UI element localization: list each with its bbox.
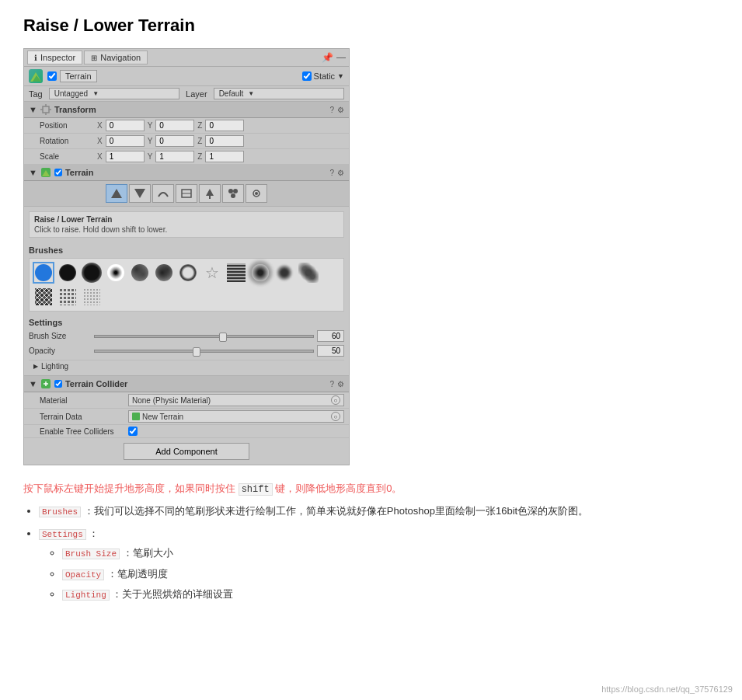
rot-x-input[interactable] — [106, 135, 145, 147]
terrain-triangle[interactable]: ▼ — [29, 168, 37, 177]
brush-cloud2[interactable] — [153, 262, 175, 284]
brush-fuzzy2[interactable] — [273, 262, 295, 284]
material-value: None (Physic Material) ○ — [128, 394, 344, 406]
scale-label: Scale — [40, 152, 94, 161]
collider-active-checkbox[interactable] — [54, 380, 62, 388]
add-component-button[interactable]: Add Component — [124, 443, 249, 460]
brush-star-outline[interactable]: ☆ — [201, 262, 223, 284]
terrain-data-text: New Terrain — [142, 413, 183, 421]
pos-x-input[interactable] — [106, 120, 145, 131]
place-trees-tool[interactable] — [199, 184, 221, 203]
main-desc: 按下鼠标左键开始提升地形高度，如果同时按住 shift 键，则降低地形高度直到0… — [23, 481, 719, 497]
static-checkbox[interactable] — [302, 71, 312, 81]
pos-z-input[interactable] — [205, 120, 244, 131]
pos-y-input[interactable] — [155, 120, 194, 131]
minus-icon[interactable]: — — [336, 52, 346, 63]
terrain-data-icon — [132, 413, 140, 420]
lighting-item: Lighting ：关于光照烘焙的详细设置 — [62, 587, 719, 603]
terrain-icon — [29, 69, 43, 83]
transform-icon — [40, 104, 51, 115]
terrain-data-value: New Terrain ○ — [128, 410, 344, 423]
layer-arrow: ▼ — [248, 90, 254, 97]
brush-scattered-large[interactable] — [298, 262, 319, 284]
brush-size-slider[interactable] — [94, 335, 314, 338]
rotation-xyz: X Y Z — [97, 135, 344, 147]
brush-dots[interactable] — [33, 286, 54, 308]
brush-size-thumb[interactable] — [219, 333, 227, 342]
inspector-tab-icon: ℹ — [34, 54, 37, 62]
brush-circle-solid[interactable] — [33, 262, 54, 284]
brush-size-desc: ：笔刷大小 — [123, 547, 173, 559]
tree-colliders-checkbox[interactable] — [128, 427, 138, 436]
layer-dropdown[interactable]: Default ▼ — [214, 88, 344, 99]
terrain-help-icon[interactable]: ? — [329, 169, 334, 177]
rot-z-input[interactable] — [205, 135, 244, 147]
raise-lower-tool[interactable] — [106, 184, 127, 203]
collider-gear-icon[interactable]: ⚙ — [337, 380, 344, 388]
terrain-gear-icon[interactable]: ⚙ — [337, 169, 344, 177]
brushes-desc: ：我们可以选择不同的笔刷形状来进行绘制工作，简单来说就好像在Photoshop里… — [84, 505, 588, 517]
transform-gear-icon[interactable]: ⚙ — [337, 106, 344, 114]
scale-y-input[interactable] — [155, 151, 194, 162]
object-active-checkbox[interactable] — [47, 71, 57, 81]
transform-triangle[interactable]: ▼ — [29, 105, 37, 114]
terrain-settings-tool[interactable] — [246, 184, 267, 203]
detail-objects-tool[interactable] — [222, 184, 244, 203]
navigation-tab-icon: ⊞ — [91, 54, 97, 62]
opacity-item: Opacity ：笔刷透明度 — [62, 566, 719, 583]
terrain-active-checkbox[interactable] — [54, 169, 62, 176]
material-pick-btn[interactable]: ○ — [331, 395, 340, 405]
brush-size-value[interactable] — [317, 330, 344, 342]
brush-fuzzy1[interactable] — [249, 262, 271, 284]
brush-noise1[interactable] — [105, 262, 127, 284]
static-dropdown-arrow[interactable]: ▼ — [337, 72, 344, 80]
scale-x-input[interactable] — [106, 151, 145, 162]
pin-icon[interactable]: 📌 — [322, 52, 333, 63]
collider-header: ▼ Terrain Collider ? ⚙ — [24, 376, 349, 392]
opacity-slider[interactable] — [94, 350, 314, 353]
scale-xyz: X Y Z — [97, 151, 344, 162]
collider-help-icon[interactable]: ? — [329, 380, 334, 388]
opacity-term: Opacity — [62, 569, 104, 580]
paint-texture-tool[interactable] — [176, 184, 197, 203]
opacity-desc: ：笔刷透明度 — [107, 568, 168, 580]
brush-scatter2[interactable] — [57, 286, 78, 308]
transform-section-icons: ? ⚙ — [329, 106, 344, 114]
collider-section-icons: ? ⚙ — [329, 380, 344, 388]
transform-help-icon[interactable]: ? — [329, 106, 334, 114]
terrain-data-pick-btn[interactable]: ○ — [331, 412, 340, 421]
rot-y-input[interactable] — [155, 135, 194, 147]
tab-navigation[interactable]: ⊞ Navigation — [84, 50, 148, 64]
svg-rect-23 — [132, 413, 140, 420]
opacity-label: Opacity — [29, 347, 91, 355]
brush-texture-stripe[interactable] — [225, 262, 247, 284]
lighting-triangle[interactable]: ▶ — [33, 363, 38, 370]
tag-dropdown[interactable]: Untagged ▼ — [49, 88, 179, 99]
scale-z-input[interactable] — [205, 151, 244, 162]
inspector-panel: ℹ Inspector ⊞ Navigation 📌 — Terrain — [23, 48, 350, 465]
brush-ring[interactable] — [177, 262, 199, 284]
svg-marker-10 — [134, 189, 145, 198]
brush-large-soft[interactable] — [81, 262, 103, 284]
tag-arrow: ▼ — [92, 90, 99, 97]
smooth-height-tool[interactable] — [152, 184, 174, 203]
tag-row: Tag Untagged ▼ Layer Default ▼ — [24, 86, 349, 102]
opacity-thumb[interactable] — [193, 347, 200, 357]
tab-inspector[interactable]: ℹ Inspector — [27, 50, 82, 64]
opacity-value[interactable] — [317, 345, 344, 357]
layer-value: Default — [219, 89, 244, 98]
transform-header: ▼ Transform ? ⚙ — [24, 102, 349, 118]
svg-point-15 — [228, 189, 233, 193]
collider-triangle[interactable]: ▼ — [29, 379, 37, 388]
brush-scatter3[interactable] — [81, 286, 103, 308]
svg-rect-2 — [43, 106, 49, 113]
paint-height-tool[interactable] — [129, 184, 151, 203]
svg-point-17 — [231, 193, 235, 198]
object-name-input[interactable]: Terrain — [60, 70, 97, 82]
brush-cloud1[interactable] — [129, 262, 151, 284]
svg-marker-9 — [111, 189, 122, 198]
terrain-data-row: Terrain Data New Terrain ○ — [24, 409, 349, 425]
terrain-toolbar — [24, 181, 349, 207]
lighting-term: Lighting — [62, 590, 110, 601]
brush-medium-soft[interactable] — [57, 262, 78, 284]
